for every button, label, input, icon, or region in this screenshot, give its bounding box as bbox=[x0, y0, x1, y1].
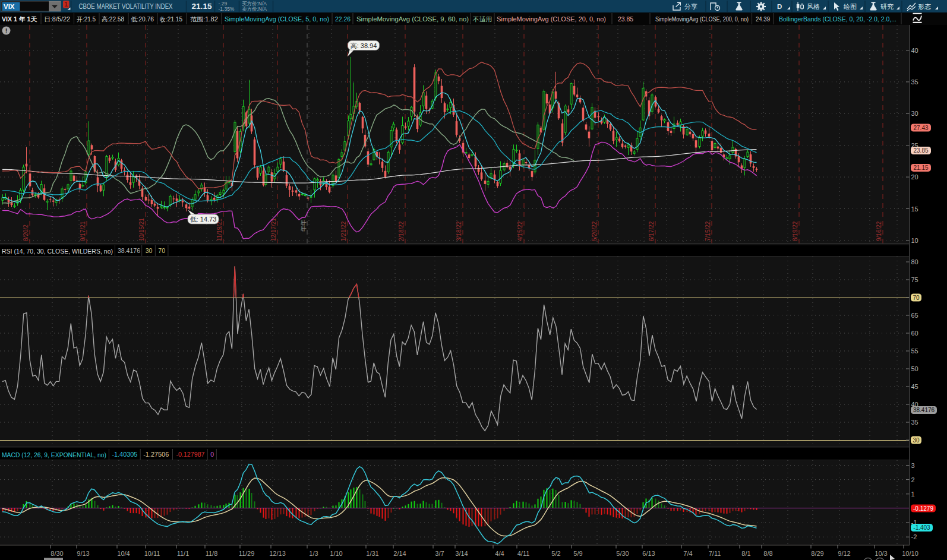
svg-text:20: 20 bbox=[911, 173, 918, 181]
svg-text:50: 50 bbox=[911, 365, 918, 372]
svg-text:4/15/22: 4/15/22 bbox=[517, 221, 523, 241]
svg-text:30: 30 bbox=[146, 247, 153, 254]
svg-text:30: 30 bbox=[911, 110, 918, 117]
svg-text:9/17/21: 9/17/21 bbox=[80, 221, 86, 241]
svg-text:11/8: 11/8 bbox=[206, 550, 218, 557]
svg-text:11/1: 11/1 bbox=[177, 550, 190, 557]
svg-text:35: 35 bbox=[911, 419, 918, 426]
svg-text:日:8/5/22: 日:8/5/22 bbox=[44, 15, 70, 23]
svg-text:4/11: 4/11 bbox=[517, 550, 530, 557]
svg-text:9/16/22: 9/16/22 bbox=[876, 221, 882, 241]
svg-text:VIX 1 年 1天: VIX 1 年 1天 bbox=[2, 15, 37, 23]
svg-text:15: 15 bbox=[911, 205, 918, 213]
svg-text:60: 60 bbox=[911, 330, 918, 337]
svg-text:7/15/22: 7/15/22 bbox=[705, 221, 711, 241]
svg-text:23.85: 23.85 bbox=[618, 15, 633, 23]
svg-text:6/17/22: 6/17/22 bbox=[648, 221, 655, 241]
svg-text:55: 55 bbox=[911, 347, 918, 355]
svg-text:1: 1 bbox=[64, 1, 68, 8]
svg-text:CBOE MARKET VOLATILITY INDEX: CBOE MARKET VOLATILITY INDEX bbox=[79, 2, 173, 11]
svg-text:8/29: 8/29 bbox=[811, 550, 823, 557]
svg-text:BollingerBands (CLOSE, 0, 20,: BollingerBands (CLOSE, 0, 20, -2.0, 2.0,… bbox=[779, 15, 897, 23]
svg-text:!: ! bbox=[5, 27, 8, 34]
svg-text:低:20.76: 低:20.76 bbox=[131, 15, 154, 23]
svg-text:RSI (14, 70, 30, CLOSE, WILDER: RSI (14, 70, 30, CLOSE, WILDERS, no) bbox=[2, 248, 113, 255]
svg-text:-1.403: -1.403 bbox=[913, 524, 930, 531]
svg-text:SimpleMovingAvg (CLOSE, 5, 0,: SimpleMovingAvg (CLOSE, 5, 0, no) bbox=[225, 15, 329, 23]
svg-text:30: 30 bbox=[913, 437, 920, 444]
svg-text:7/4: 7/4 bbox=[683, 550, 692, 557]
svg-text:-2: -2 bbox=[911, 533, 917, 540]
svg-text:21.15: 21.15 bbox=[192, 2, 212, 11]
svg-text:9/13: 9/13 bbox=[77, 550, 89, 557]
svg-text:10/4: 10/4 bbox=[117, 550, 130, 557]
svg-text:3/14: 3/14 bbox=[455, 550, 468, 557]
svg-text:3/18/22: 3/18/22 bbox=[456, 221, 462, 241]
svg-text:9/12: 9/12 bbox=[838, 550, 850, 557]
svg-text:分享: 分享 bbox=[684, 3, 697, 10]
svg-text:-0.127987: -0.127987 bbox=[176, 451, 205, 458]
svg-text:5/20/22: 5/20/22 bbox=[591, 221, 598, 241]
svg-text:70: 70 bbox=[158, 247, 165, 254]
svg-text:8/19/22: 8/19/22 bbox=[792, 221, 798, 241]
svg-text:1/3: 1/3 bbox=[309, 550, 318, 557]
svg-text:10/10: 10/10 bbox=[902, 550, 918, 557]
svg-text:1/21/22: 1/21/22 bbox=[340, 221, 347, 241]
svg-text:范围:1.82: 范围:1.82 bbox=[190, 15, 218, 23]
svg-text:12/17/21: 12/17/21 bbox=[270, 218, 277, 241]
svg-text:10/15/21: 10/15/21 bbox=[138, 218, 145, 241]
svg-text:风格: 风格 bbox=[807, 3, 820, 10]
svg-text:75: 75 bbox=[911, 276, 918, 283]
svg-text:5/30: 5/30 bbox=[616, 550, 629, 557]
svg-text:10/3: 10/3 bbox=[875, 550, 887, 557]
svg-text:38.4176: 38.4176 bbox=[913, 407, 935, 413]
svg-text:VIX: VIX bbox=[4, 3, 15, 10]
svg-text:8/20/2: 8/20/2 bbox=[23, 224, 29, 241]
svg-text:27.43: 27.43 bbox=[913, 125, 928, 131]
svg-text:65: 65 bbox=[911, 312, 918, 319]
svg-text:3/7: 3/7 bbox=[435, 550, 444, 557]
svg-text:0: 0 bbox=[210, 451, 214, 458]
svg-text:1: 1 bbox=[911, 491, 915, 498]
svg-text:-1.35%: -1.35% bbox=[219, 6, 235, 12]
svg-text:年年: 年年 bbox=[300, 220, 307, 232]
svg-text:5/9: 5/9 bbox=[573, 550, 582, 557]
svg-text:低: 14.73: 低: 14.73 bbox=[190, 216, 217, 223]
svg-text:-1.40305: -1.40305 bbox=[112, 451, 137, 458]
svg-text:不适用: 不适用 bbox=[472, 15, 492, 23]
svg-text:35: 35 bbox=[911, 78, 918, 86]
svg-text:绘图: 绘图 bbox=[844, 3, 857, 10]
svg-text:3: 3 bbox=[911, 462, 915, 469]
svg-text:22.26: 22.26 bbox=[335, 15, 351, 23]
svg-text:8/30: 8/30 bbox=[50, 550, 63, 557]
svg-text:SimpleMovingAvg (CLOSE, 9, 60,: SimpleMovingAvg (CLOSE, 9, 60, no) bbox=[356, 15, 469, 23]
svg-text:21.15: 21.15 bbox=[913, 164, 928, 171]
svg-text:11/29: 11/29 bbox=[239, 550, 255, 557]
svg-text:开:21.5: 开:21.5 bbox=[77, 15, 96, 23]
svg-text:10/11: 10/11 bbox=[144, 550, 160, 557]
svg-text:40: 40 bbox=[911, 47, 918, 54]
svg-text:收:21.15: 收:21.15 bbox=[160, 15, 182, 23]
svg-text:SimpleMovingAvg (CLOSE, 20, 0,: SimpleMovingAvg (CLOSE, 20, 0, no) bbox=[497, 15, 606, 23]
svg-text:-1.27506: -1.27506 bbox=[143, 451, 169, 458]
svg-text:卖方价:N/A: 卖方价:N/A bbox=[242, 6, 267, 12]
svg-text:-0.1279: -0.1279 bbox=[913, 505, 933, 512]
svg-text:23.85: 23.85 bbox=[913, 147, 928, 154]
svg-text:6/13: 6/13 bbox=[642, 550, 655, 557]
svg-text:2: 2 bbox=[911, 476, 915, 483]
svg-text:8/1: 8/1 bbox=[741, 550, 750, 557]
svg-text:7/11: 7/11 bbox=[709, 550, 721, 557]
svg-text:1/10: 1/10 bbox=[330, 550, 342, 557]
svg-text:2/18/22: 2/18/22 bbox=[398, 221, 405, 241]
svg-text:4/4: 4/4 bbox=[495, 550, 504, 557]
svg-text:70: 70 bbox=[913, 295, 920, 301]
svg-text:高:22.58: 高:22.58 bbox=[102, 15, 124, 23]
svg-text:8/8: 8/8 bbox=[763, 550, 772, 557]
svg-text:形态: 形态 bbox=[918, 3, 931, 10]
svg-text:24.39: 24.39 bbox=[756, 15, 770, 23]
svg-text:12/13: 12/13 bbox=[269, 550, 286, 557]
svg-text:10: 10 bbox=[911, 237, 918, 244]
svg-text:5/2: 5/2 bbox=[551, 550, 560, 557]
svg-text:2/14: 2/14 bbox=[393, 550, 406, 557]
svg-text:研究: 研究 bbox=[880, 3, 894, 10]
